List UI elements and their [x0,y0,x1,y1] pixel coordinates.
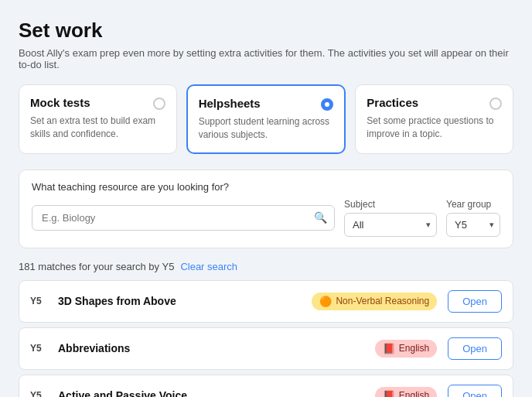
year-filter-group: Year group Y5 Y6 Y7 ▾ [446,199,500,237]
open-button[interactable]: Open [448,337,502,360]
english-icon: 📕 [383,343,395,354]
search-icon: 🔍 [314,211,327,224]
filter-label: What teaching resource are you looking f… [32,181,500,193]
page-subtitle: Boost Ally's exam prep even more by sett… [19,47,513,70]
card-helpsheets-radio[interactable] [321,98,333,111]
subject-tag-label: Non-Verbal Reasoning [336,296,429,306]
page-container: Set work Boost Ally's exam prep even mor… [0,0,532,397]
year-label: Year group [446,199,500,210]
open-button[interactable]: Open [448,385,502,397]
card-mock-tests[interactable]: Mock tests Set an extra test to build ex… [19,84,177,154]
open-button[interactable]: Open [448,290,502,313]
subject-filter-group: Subject All English Science Maths Non-Ve… [344,199,437,237]
year-badge: Y5 [30,343,52,354]
page-title: Set work [19,19,513,43]
results-bar: 181 matches for your search by Y5 Clear … [19,261,513,272]
subject-tag-english: 📕 English [375,340,437,358]
subject-tag-english: 📕 English [375,387,437,397]
card-helpsheets[interactable]: Helpsheets Support student learning acro… [186,84,346,154]
clear-search-link[interactable]: Clear search [180,261,237,272]
result-title: Active and Passive Voice [58,389,375,397]
card-mock-tests-title: Mock tests [30,96,90,109]
subject-select[interactable]: All English Science Maths Non-Verbal Rea… [344,213,437,237]
result-title: 3D Shapes from Above [58,295,312,307]
card-practices-radio[interactable] [489,98,502,110]
filter-section: What teaching resource are you looking f… [19,169,513,248]
card-mock-tests-header: Mock tests [30,96,165,110]
english-icon: 📕 [383,390,395,397]
subject-label: Subject [344,199,437,210]
card-practices[interactable]: Practices Set some practice questions to… [355,84,513,154]
subject-select-wrap: All English Science Maths Non-Verbal Rea… [344,213,437,237]
card-mock-tests-desc: Set an extra test to build exam skills a… [30,115,165,141]
year-select-wrap: Y5 Y6 Y7 ▾ [446,213,500,237]
subject-tag-nonverbal: 🟠 Non-Verbal Reasoning [312,293,437,310]
subject-tag-label: English [399,390,429,397]
nonverbal-icon: 🟠 [319,296,332,307]
card-helpsheets-header: Helpsheets [199,97,334,111]
search-input[interactable] [32,205,335,231]
year-badge: Y5 [30,296,52,306]
search-input-wrap: 🔍 [32,205,335,231]
filter-row: 🔍 Subject All English Science Maths Non-… [32,199,500,237]
card-practices-header: Practices [367,96,502,110]
table-row: Y5 Abbreviations 📕 English Open [19,327,513,370]
subject-tag-label: English [399,343,429,354]
result-title: Abbreviations [58,342,375,354]
card-row: Mock tests Set an extra test to build ex… [19,84,513,154]
results-list: Y5 3D Shapes from Above 🟠 Non-Verbal Rea… [19,280,513,397]
table-row: Y5 3D Shapes from Above 🟠 Non-Verbal Rea… [19,280,513,323]
results-count: 181 matches for your search by Y5 [19,261,174,272]
table-row: Y5 Active and Passive Voice 📕 English Op… [19,375,513,397]
card-practices-desc: Set some practice questions to improve i… [367,115,502,141]
card-helpsheets-desc: Support student learning across various … [199,115,334,142]
card-helpsheets-title: Helpsheets [199,97,261,110]
card-mock-tests-radio[interactable] [153,98,165,110]
card-practices-title: Practices [367,96,418,109]
year-select[interactable]: Y5 Y6 Y7 [446,213,500,237]
year-badge: Y5 [30,390,52,397]
